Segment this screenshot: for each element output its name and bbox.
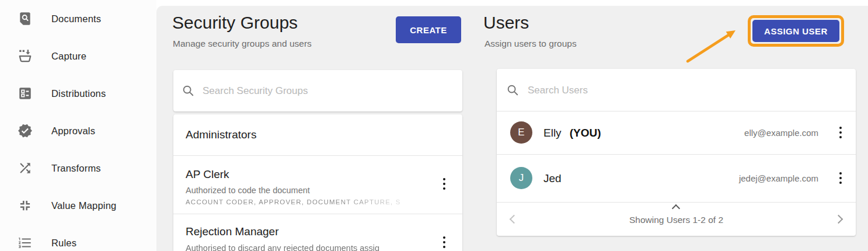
search-icon	[182, 84, 194, 97]
create-button[interactable]: CREATE	[396, 16, 461, 43]
you-tag: (YOU)	[570, 127, 601, 139]
user-email: jedej@example.com	[739, 173, 818, 183]
group-menu-kebab-icon[interactable]	[437, 233, 451, 251]
group-name: Administrators	[186, 128, 256, 141]
sidebar-item-label: Capture	[51, 51, 86, 62]
approvals-verified-badge-icon	[18, 123, 33, 138]
sidebar-item-label: Value Mapping	[51, 200, 116, 211]
search-icon	[506, 83, 519, 96]
value-mapping-brackets-icon	[18, 198, 33, 213]
sidebar-item-documents[interactable]: Documents	[0, 0, 156, 37]
sidebar-item-capture[interactable]: Capture	[0, 37, 156, 75]
users-card: E Elly(YOU) elly@example.com J Jed jedej…	[497, 69, 856, 236]
group-menu-kebab-icon[interactable]	[437, 175, 451, 193]
user-name-text: Jed	[543, 172, 562, 184]
screen: Documents Capture Distributions Approval…	[0, 0, 868, 251]
sidebar-item-label: Distributions	[51, 88, 106, 99]
security-groups-search-card	[173, 70, 462, 111]
rules-numbered-list-icon	[18, 235, 33, 250]
group-name: AP Clerk	[186, 168, 229, 181]
security-groups-search-input[interactable]	[203, 81, 436, 101]
user-name-text: Elly	[543, 127, 562, 139]
capture-basket-icon	[18, 48, 33, 64]
sidebar-item-label: Approvals	[51, 126, 95, 137]
sidebar-item-label: Documents	[51, 13, 101, 25]
collapse-chevron-up-icon[interactable]	[672, 204, 680, 212]
security-groups-list: Administrators AP Clerk Authorized to co…	[173, 114, 462, 251]
user-menu-kebab-icon[interactable]	[834, 123, 848, 142]
avatar: E	[510, 121, 532, 144]
user-name: Elly(YOU)	[543, 127, 601, 140]
divider	[173, 214, 462, 214]
avatar: J	[510, 167, 532, 189]
sidebar-item-transforms[interactable]: Transforms	[0, 149, 156, 187]
user-menu-kebab-icon[interactable]	[834, 169, 848, 187]
group-description: Authorised to discard any rejected docum…	[186, 243, 442, 251]
group-description: Authorized to code the document	[186, 186, 310, 195]
distributions-ballot-icon	[18, 86, 33, 101]
transforms-shuffle-icon	[18, 161, 33, 176]
security-groups-subtitle: Manage security groups and users	[173, 39, 312, 49]
sidebar-item-value-mapping[interactable]: Value Mapping	[0, 187, 156, 224]
assign-user-highlight-ring: ASSIGN USER	[748, 15, 844, 47]
sidebar-item-distributions[interactable]: Distributions	[0, 75, 156, 112]
users-title: Users	[483, 13, 529, 33]
group-roles: ACCOUNT CODER, APPROVER, DOCUMENT CAPTUR…	[186, 198, 437, 205]
pagination-status: Showing Users 1-2 of 2	[497, 215, 856, 225]
divider	[497, 111, 856, 111]
sidebar-item-approvals[interactable]: Approvals	[0, 112, 156, 149]
divider	[497, 202, 856, 203]
group-name: Rejection Manager	[186, 225, 278, 238]
users-search-input[interactable]	[528, 81, 738, 100]
assign-user-button[interactable]: ASSIGN USER	[752, 20, 839, 42]
divider	[173, 155, 462, 156]
user-email: elly@example.com	[744, 128, 818, 138]
users-subtitle: Assign users to groups	[484, 39, 577, 49]
sidebar: Documents Capture Distributions Approval…	[0, 0, 156, 251]
document-search-icon	[18, 11, 33, 26]
sidebar-item-label: Rules	[51, 238, 76, 249]
sidebar-item-label: Transforms	[51, 163, 101, 174]
sidebar-item-rules[interactable]: Rules	[0, 224, 156, 251]
user-name: Jed	[543, 172, 570, 185]
security-groups-title: Security Groups	[172, 13, 298, 33]
divider	[497, 154, 856, 155]
